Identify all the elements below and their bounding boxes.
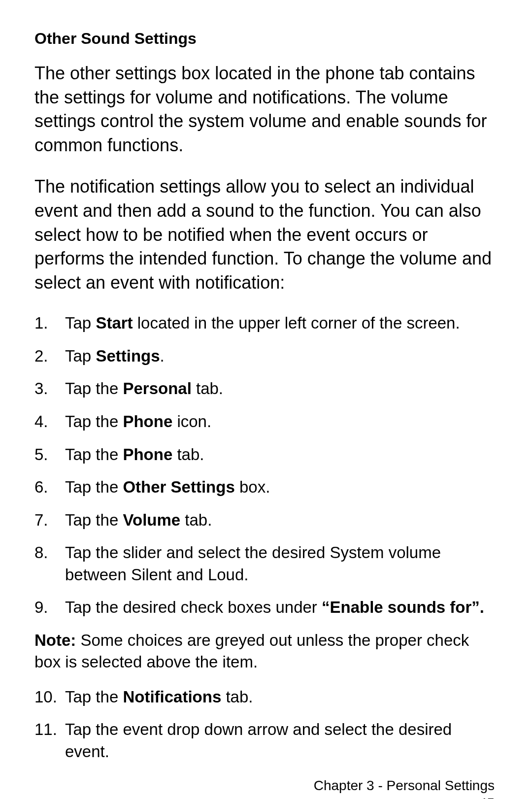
step-text: Tap the slider and select the desired Sy… — [65, 542, 498, 586]
step-text: Tap the Phone icon. — [65, 411, 498, 433]
step-5: 5. Tap the Phone tab. — [34, 444, 498, 466]
step-number: 10. — [34, 686, 65, 708]
step-text-before: Tap the — [65, 412, 123, 431]
step-text-bold: Other Settings — [123, 478, 234, 496]
step-6: 6. Tap the Other Settings box. — [34, 476, 498, 499]
section-heading: Other Sound Settings — [34, 30, 498, 48]
step-text-after: located in the upper left corner of the … — [133, 314, 460, 332]
step-number: 11. — [34, 719, 65, 741]
note: Note: Some choices are greyed out unless… — [34, 630, 498, 673]
step-text-before: Tap — [65, 314, 96, 332]
step-text-after: tab. — [221, 688, 253, 706]
step-number: 8. — [34, 542, 65, 564]
page-footer: Chapter 3 - Personal Settings 45 — [34, 777, 498, 799]
body-paragraph-2: The notification settings allow you to s… — [34, 175, 498, 295]
footer-chapter: Chapter 3 - Personal Settings — [34, 777, 495, 795]
step-text: Tap the Other Settings box. — [65, 476, 498, 499]
step-text-after: tab. — [192, 379, 223, 398]
step-text-before: Tap the slider and select the desired Sy… — [65, 543, 441, 584]
step-text: Tap the Personal tab. — [65, 378, 498, 400]
step-text-bold: Phone — [123, 445, 172, 464]
step-text: Tap the desired check boxes under “Enabl… — [65, 597, 498, 619]
step-text-before: Tap the event drop down arrow and select… — [65, 720, 452, 761]
body-paragraph-1: The other settings box located in the ph… — [34, 62, 498, 157]
step-4: 4. Tap the Phone icon. — [34, 411, 498, 433]
step-text-bold: Phone — [123, 412, 172, 431]
steps-list: 1. Tap Start located in the upper left c… — [34, 312, 498, 618]
step-number: 1. — [34, 312, 65, 334]
step-number: 4. — [34, 411, 65, 433]
step-9: 9. Tap the desired check boxes under “En… — [34, 597, 498, 619]
step-8: 8. Tap the slider and select the desired… — [34, 542, 498, 586]
footer-page-number: 45 — [34, 795, 495, 799]
note-text: Some choices are greyed out unless the p… — [34, 631, 469, 671]
step-text: Tap the event drop down arrow and select… — [65, 719, 498, 763]
step-number: 3. — [34, 378, 65, 400]
step-text-bold: Personal — [123, 379, 191, 398]
step-text-before: Tap the — [65, 445, 123, 464]
step-text-after: tab. — [180, 511, 212, 529]
step-text-bold: Notifications — [123, 688, 221, 706]
step-number: 5. — [34, 444, 65, 466]
step-text-before: Tap the — [65, 478, 123, 496]
step-text-after: box. — [235, 478, 270, 496]
step-text: Tap Settings. — [65, 345, 498, 367]
step-text: Tap the Notifications tab. — [65, 686, 498, 708]
step-text-before: Tap the — [65, 688, 123, 706]
step-text-bold: “Enable sounds for”. — [322, 598, 484, 616]
step-7: 7. Tap the Volume tab. — [34, 509, 498, 532]
step-number: 9. — [34, 597, 65, 619]
step-1: 1. Tap Start located in the upper left c… — [34, 312, 498, 334]
step-text-after: tab. — [172, 445, 204, 464]
step-3: 3. Tap the Personal tab. — [34, 378, 498, 400]
step-number: 6. — [34, 476, 65, 499]
step-10: 10. Tap the Notifications tab. — [34, 686, 498, 708]
step-text-before: Tap — [65, 347, 96, 365]
step-2: 2. Tap Settings. — [34, 345, 498, 367]
step-text-before: Tap the desired check boxes under — [65, 598, 322, 616]
document-page: Other Sound Settings The other settings … — [0, 0, 532, 799]
step-text: Tap the Phone tab. — [65, 444, 498, 466]
step-text: Tap the Volume tab. — [65, 509, 498, 532]
step-text-bold: Volume — [123, 511, 180, 529]
step-11: 11. Tap the event drop down arrow and se… — [34, 719, 498, 763]
step-text-after: . — [160, 347, 165, 365]
step-text-after: icon. — [172, 412, 211, 431]
step-text-before: Tap the — [65, 379, 123, 398]
steps-list-continued: 10. Tap the Notifications tab. 11. Tap t… — [34, 686, 498, 763]
step-text: Tap Start located in the upper left corn… — [65, 312, 498, 334]
step-text-before: Tap the — [65, 511, 123, 529]
step-text-bold: Start — [96, 314, 133, 332]
step-number: 2. — [34, 345, 65, 367]
note-label: Note: — [34, 631, 81, 649]
step-text-bold: Settings — [96, 347, 160, 365]
step-number: 7. — [34, 509, 65, 532]
